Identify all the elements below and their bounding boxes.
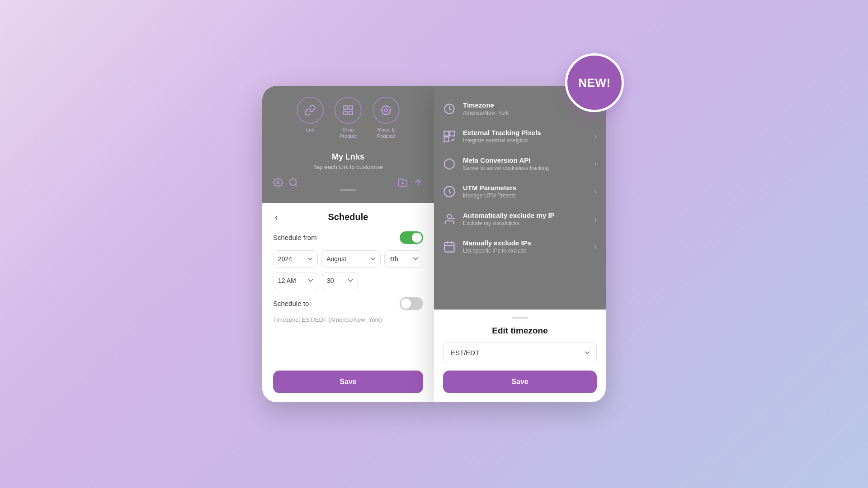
- tracking-icon: [443, 130, 456, 143]
- gray-scroll-indicator: [340, 189, 356, 191]
- tracking-title: External Tracking Pixels: [463, 129, 594, 136]
- icon-row: Lnk ShopProduct: [271, 97, 425, 140]
- manual-exclude-text-block: Manually exclude IPs List specific IPs t…: [463, 239, 594, 254]
- schedule-to-row: Schedule to: [273, 297, 423, 310]
- svg-point-5: [385, 109, 388, 112]
- manual-exclude-icon: [443, 240, 456, 253]
- utm-icon: [443, 185, 456, 198]
- link-icon: [304, 104, 316, 116]
- my-lnks-title: My Lnks: [271, 152, 425, 162]
- icon-item-lnk[interactable]: Lnk: [297, 97, 324, 140]
- schedule-to-toggle[interactable]: [400, 297, 423, 310]
- search-icon[interactable]: [288, 178, 298, 188]
- meta-text-block: Meta Conversion API Server to server coo…: [463, 156, 594, 171]
- music-icon: [380, 104, 392, 116]
- tracking-chevron: ›: [594, 132, 597, 141]
- month-select[interactable]: August: [321, 250, 381, 267]
- svg-rect-0: [344, 106, 347, 109]
- toolbar-left: [273, 178, 298, 188]
- schedule-from-label: Schedule from: [273, 234, 317, 241]
- left-panel: Lnk ShopProduct: [262, 86, 434, 402]
- svg-rect-1: [349, 106, 353, 109]
- meta-icon: [443, 158, 456, 170]
- manual-exclude-subtitle: List specific IPs to exclude: [463, 248, 594, 254]
- timezone-text: Timezone: EST/EDT (America/New_York): [273, 316, 423, 323]
- exclude-ip-subtitle: Exclude my visits/clicks: [463, 220, 594, 226]
- svg-rect-15: [444, 137, 449, 142]
- settings-item-external-tracking[interactable]: External Tracking Pixels Integrate exter…: [434, 122, 606, 150]
- my-lnks-subtitle: Tap each Lnk to customise: [271, 164, 425, 170]
- svg-point-6: [277, 181, 279, 184]
- my-lnks-section: My Lnks Tap each Lnk to customise: [271, 147, 425, 174]
- svg-point-7: [290, 178, 297, 185]
- music-icon-circle: [373, 97, 400, 124]
- schedule-section: ‹ Schedule Schedule from 2024 August 4th: [262, 203, 434, 402]
- timezone-subtitle: America/New_York: [463, 110, 597, 116]
- settings-item-meta[interactable]: Meta Conversion API Server to server coo…: [434, 150, 606, 178]
- svg-rect-2: [349, 111, 353, 115]
- exclude-ip-text-block: Automatically exclude my IP Exclude my v…: [463, 211, 594, 226]
- right-save-button[interactable]: Save: [443, 371, 597, 393]
- time-selects: 12 AM 30: [273, 272, 423, 289]
- schedule-header: ‹ Schedule: [273, 212, 423, 222]
- schedule-from-toggle[interactable]: [400, 231, 423, 244]
- svg-rect-13: [444, 131, 449, 136]
- svg-point-17: [447, 214, 451, 218]
- back-button[interactable]: ‹: [273, 210, 280, 224]
- shop-label: ShopProduct: [340, 127, 357, 140]
- new-badge-text: NEW!: [578, 76, 610, 90]
- tracking-text-block: External Tracking Pixels Integrate exter…: [463, 129, 594, 144]
- exclude-ip-title: Automatically exclude my IP: [463, 211, 594, 219]
- year-select[interactable]: 2024: [273, 250, 318, 267]
- date-selects: 2024 August 4th: [273, 250, 423, 267]
- right-panel: Timezone America/New_York External Track…: [434, 86, 606, 402]
- timezone-icon: [443, 103, 456, 115]
- toolbar-row: [271, 174, 425, 189]
- utm-title: UTM Parameters: [463, 184, 594, 192]
- exclude-ip-icon: [443, 213, 456, 225]
- svg-rect-3: [344, 111, 347, 115]
- music-label: Music &Podcast: [377, 127, 395, 140]
- svg-rect-19: [445, 242, 454, 252]
- utm-subtitle: Manage UTM Presets: [463, 192, 594, 199]
- schedule-from-row: Schedule from: [273, 231, 423, 244]
- utm-text-block: UTM Parameters Manage UTM Presets: [463, 184, 594, 199]
- schedule-title: Schedule: [273, 212, 423, 222]
- utm-chevron: ›: [594, 188, 597, 196]
- manual-exclude-chevron: ›: [594, 243, 597, 251]
- sheet-handle: [512, 317, 528, 319]
- new-badge: NEW!: [565, 53, 624, 112]
- add-folder-icon[interactable]: [398, 178, 408, 188]
- settings-item-manual-exclude[interactable]: Manually exclude IPs List specific IPs t…: [434, 233, 606, 260]
- manual-exclude-title: Manually exclude IPs: [463, 239, 594, 247]
- timezone-select[interactable]: EST/EDT: [443, 342, 597, 363]
- hour-select[interactable]: 12 AM: [273, 272, 318, 289]
- exclude-ip-chevron: ›: [594, 215, 597, 223]
- tracking-subtitle: Integrate external analytics: [463, 137, 594, 144]
- top-gray-section: Lnk ShopProduct: [262, 86, 434, 203]
- toolbar-right: [398, 178, 423, 188]
- left-save-button[interactable]: Save: [273, 371, 423, 393]
- settings-list: Timezone America/New_York External Track…: [434, 86, 606, 310]
- shop-icon: [342, 104, 354, 116]
- sort-icon[interactable]: [413, 178, 423, 188]
- svg-rect-14: [450, 131, 455, 136]
- minute-select[interactable]: 30: [322, 272, 358, 289]
- icon-item-music[interactable]: Music &Podcast: [373, 97, 400, 140]
- bottom-sheet: Edit timezone EST/EDT Save: [434, 310, 606, 402]
- shop-icon-circle: [335, 97, 362, 124]
- day-select[interactable]: 4th: [384, 250, 423, 267]
- lnk-label: Lnk: [306, 127, 314, 133]
- icon-item-shop[interactable]: ShopProduct: [335, 97, 362, 140]
- settings-item-exclude-ip[interactable]: Automatically exclude my IP Exclude my v…: [434, 205, 606, 233]
- settings-icon[interactable]: [273, 178, 283, 188]
- meta-chevron: ›: [594, 160, 597, 168]
- lnk-icon-circle: [297, 97, 324, 124]
- svg-line-8: [295, 184, 297, 186]
- main-container: Lnk ShopProduct: [262, 86, 606, 402]
- sheet-title: Edit timezone: [443, 326, 597, 336]
- settings-item-utm[interactable]: UTM Parameters Manage UTM Presets ›: [434, 178, 606, 205]
- meta-title: Meta Conversion API: [463, 156, 594, 164]
- meta-subtitle: Server to server cookieless tracking: [463, 165, 594, 171]
- schedule-to-label: Schedule to: [273, 300, 309, 307]
